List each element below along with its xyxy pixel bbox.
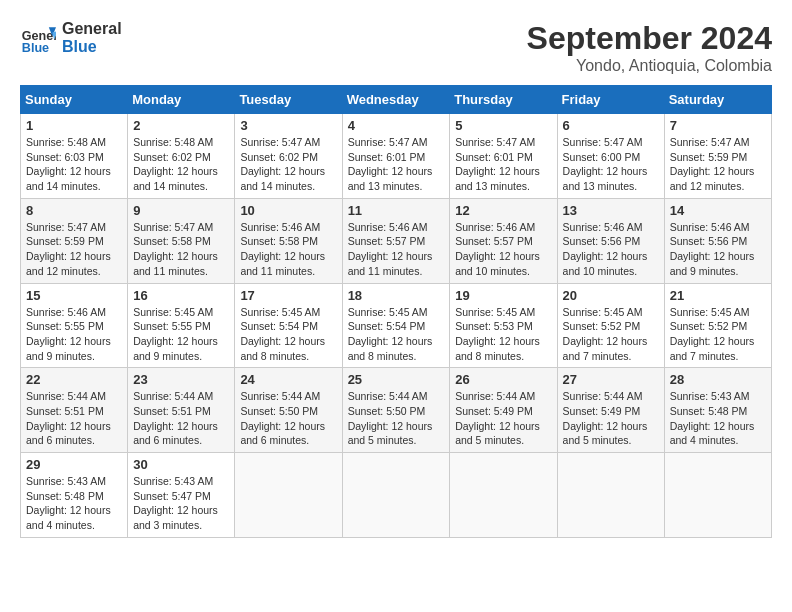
calendar-cell: 8 Sunrise: 5:47 AMSunset: 5:59 PMDayligh…	[21, 198, 128, 283]
calendar-cell: 11 Sunrise: 5:46 AMSunset: 5:57 PMDaylig…	[342, 198, 450, 283]
day-number: 15	[26, 288, 122, 303]
day-header-friday: Friday	[557, 86, 664, 114]
calendar-week-1: 1 Sunrise: 5:48 AMSunset: 6:03 PMDayligh…	[21, 114, 772, 199]
day-number: 6	[563, 118, 659, 133]
day-info: Sunrise: 5:45 AMSunset: 5:52 PMDaylight:…	[670, 305, 766, 364]
day-info: Sunrise: 5:47 AMSunset: 6:01 PMDaylight:…	[455, 135, 551, 194]
day-number: 3	[240, 118, 336, 133]
day-number: 17	[240, 288, 336, 303]
day-info: Sunrise: 5:43 AMSunset: 5:47 PMDaylight:…	[133, 474, 229, 533]
calendar-cell: 18 Sunrise: 5:45 AMSunset: 5:54 PMDaylig…	[342, 283, 450, 368]
calendar-title: September 2024	[527, 20, 772, 57]
day-info: Sunrise: 5:44 AMSunset: 5:51 PMDaylight:…	[26, 389, 122, 448]
day-info: Sunrise: 5:48 AMSunset: 6:02 PMDaylight:…	[133, 135, 229, 194]
day-number: 2	[133, 118, 229, 133]
day-info: Sunrise: 5:46 AMSunset: 5:56 PMDaylight:…	[670, 220, 766, 279]
calendar-cell: 20 Sunrise: 5:45 AMSunset: 5:52 PMDaylig…	[557, 283, 664, 368]
day-number: 25	[348, 372, 445, 387]
day-number: 4	[348, 118, 445, 133]
calendar-cell: 22 Sunrise: 5:44 AMSunset: 5:51 PMDaylig…	[21, 368, 128, 453]
day-number: 7	[670, 118, 766, 133]
day-info: Sunrise: 5:46 AMSunset: 5:57 PMDaylight:…	[348, 220, 445, 279]
calendar-cell: 24 Sunrise: 5:44 AMSunset: 5:50 PMDaylig…	[235, 368, 342, 453]
day-number: 14	[670, 203, 766, 218]
day-info: Sunrise: 5:47 AMSunset: 5:59 PMDaylight:…	[670, 135, 766, 194]
calendar-week-5: 29 Sunrise: 5:43 AMSunset: 5:48 PMDaylig…	[21, 453, 772, 538]
day-header-saturday: Saturday	[664, 86, 771, 114]
day-info: Sunrise: 5:44 AMSunset: 5:49 PMDaylight:…	[455, 389, 551, 448]
day-number: 11	[348, 203, 445, 218]
day-info: Sunrise: 5:45 AMSunset: 5:54 PMDaylight:…	[240, 305, 336, 364]
day-info: Sunrise: 5:43 AMSunset: 5:48 PMDaylight:…	[26, 474, 122, 533]
calendar-cell	[235, 453, 342, 538]
day-number: 23	[133, 372, 229, 387]
calendar-cell	[450, 453, 557, 538]
day-number: 8	[26, 203, 122, 218]
calendar-cell	[664, 453, 771, 538]
calendar-cell: 7 Sunrise: 5:47 AMSunset: 5:59 PMDayligh…	[664, 114, 771, 199]
calendar-cell	[342, 453, 450, 538]
day-info: Sunrise: 5:43 AMSunset: 5:48 PMDaylight:…	[670, 389, 766, 448]
calendar-cell: 10 Sunrise: 5:46 AMSunset: 5:58 PMDaylig…	[235, 198, 342, 283]
calendar-cell: 2 Sunrise: 5:48 AMSunset: 6:02 PMDayligh…	[128, 114, 235, 199]
day-info: Sunrise: 5:45 AMSunset: 5:55 PMDaylight:…	[133, 305, 229, 364]
day-header-sunday: Sunday	[21, 86, 128, 114]
svg-text:Blue: Blue	[22, 41, 49, 55]
day-number: 13	[563, 203, 659, 218]
logo: General Blue General Blue	[20, 20, 122, 56]
calendar-cell: 26 Sunrise: 5:44 AMSunset: 5:49 PMDaylig…	[450, 368, 557, 453]
day-info: Sunrise: 5:46 AMSunset: 5:58 PMDaylight:…	[240, 220, 336, 279]
day-info: Sunrise: 5:47 AMSunset: 6:02 PMDaylight:…	[240, 135, 336, 194]
calendar-header-row: SundayMondayTuesdayWednesdayThursdayFrid…	[21, 86, 772, 114]
day-number: 22	[26, 372, 122, 387]
calendar-table: SundayMondayTuesdayWednesdayThursdayFrid…	[20, 85, 772, 538]
day-header-monday: Monday	[128, 86, 235, 114]
calendar-cell: 19 Sunrise: 5:45 AMSunset: 5:53 PMDaylig…	[450, 283, 557, 368]
calendar-cell: 21 Sunrise: 5:45 AMSunset: 5:52 PMDaylig…	[664, 283, 771, 368]
logo-icon: General Blue	[20, 20, 56, 56]
day-header-wednesday: Wednesday	[342, 86, 450, 114]
day-info: Sunrise: 5:44 AMSunset: 5:49 PMDaylight:…	[563, 389, 659, 448]
logo-general: General	[62, 20, 122, 38]
day-info: Sunrise: 5:47 AMSunset: 5:58 PMDaylight:…	[133, 220, 229, 279]
day-number: 19	[455, 288, 551, 303]
day-number: 12	[455, 203, 551, 218]
day-info: Sunrise: 5:46 AMSunset: 5:56 PMDaylight:…	[563, 220, 659, 279]
calendar-cell: 13 Sunrise: 5:46 AMSunset: 5:56 PMDaylig…	[557, 198, 664, 283]
day-info: Sunrise: 5:48 AMSunset: 6:03 PMDaylight:…	[26, 135, 122, 194]
day-header-thursday: Thursday	[450, 86, 557, 114]
title-block: September 2024 Yondo, Antioquia, Colombi…	[527, 20, 772, 75]
day-number: 26	[455, 372, 551, 387]
calendar-week-4: 22 Sunrise: 5:44 AMSunset: 5:51 PMDaylig…	[21, 368, 772, 453]
calendar-cell	[557, 453, 664, 538]
calendar-cell: 12 Sunrise: 5:46 AMSunset: 5:57 PMDaylig…	[450, 198, 557, 283]
day-header-tuesday: Tuesday	[235, 86, 342, 114]
day-number: 24	[240, 372, 336, 387]
calendar-cell: 17 Sunrise: 5:45 AMSunset: 5:54 PMDaylig…	[235, 283, 342, 368]
day-info: Sunrise: 5:46 AMSunset: 5:55 PMDaylight:…	[26, 305, 122, 364]
day-info: Sunrise: 5:46 AMSunset: 5:57 PMDaylight:…	[455, 220, 551, 279]
day-number: 16	[133, 288, 229, 303]
day-info: Sunrise: 5:44 AMSunset: 5:50 PMDaylight:…	[240, 389, 336, 448]
day-info: Sunrise: 5:47 AMSunset: 6:01 PMDaylight:…	[348, 135, 445, 194]
day-info: Sunrise: 5:47 AMSunset: 6:00 PMDaylight:…	[563, 135, 659, 194]
day-number: 18	[348, 288, 445, 303]
day-number: 28	[670, 372, 766, 387]
calendar-cell: 29 Sunrise: 5:43 AMSunset: 5:48 PMDaylig…	[21, 453, 128, 538]
calendar-cell: 14 Sunrise: 5:46 AMSunset: 5:56 PMDaylig…	[664, 198, 771, 283]
day-number: 30	[133, 457, 229, 472]
day-info: Sunrise: 5:44 AMSunset: 5:50 PMDaylight:…	[348, 389, 445, 448]
day-number: 21	[670, 288, 766, 303]
calendar-cell: 28 Sunrise: 5:43 AMSunset: 5:48 PMDaylig…	[664, 368, 771, 453]
calendar-cell: 5 Sunrise: 5:47 AMSunset: 6:01 PMDayligh…	[450, 114, 557, 199]
day-number: 20	[563, 288, 659, 303]
day-info: Sunrise: 5:47 AMSunset: 5:59 PMDaylight:…	[26, 220, 122, 279]
day-info: Sunrise: 5:45 AMSunset: 5:52 PMDaylight:…	[563, 305, 659, 364]
calendar-cell: 27 Sunrise: 5:44 AMSunset: 5:49 PMDaylig…	[557, 368, 664, 453]
calendar-week-3: 15 Sunrise: 5:46 AMSunset: 5:55 PMDaylig…	[21, 283, 772, 368]
day-number: 9	[133, 203, 229, 218]
calendar-week-2: 8 Sunrise: 5:47 AMSunset: 5:59 PMDayligh…	[21, 198, 772, 283]
day-number: 1	[26, 118, 122, 133]
calendar-cell: 1 Sunrise: 5:48 AMSunset: 6:03 PMDayligh…	[21, 114, 128, 199]
calendar-cell: 15 Sunrise: 5:46 AMSunset: 5:55 PMDaylig…	[21, 283, 128, 368]
